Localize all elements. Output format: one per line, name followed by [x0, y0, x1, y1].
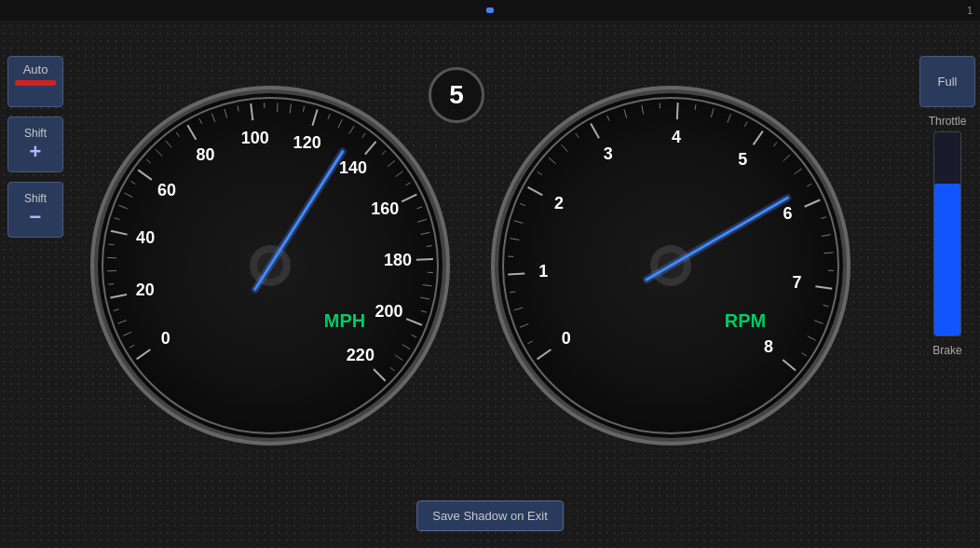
full-label: Full: [938, 75, 958, 89]
tachometer-canvas: [475, 23, 866, 471]
gear-indicator: 5: [429, 67, 484, 123]
full-button[interactable]: Full: [919, 56, 975, 107]
throttle-bar: [933, 131, 961, 336]
throttle-label: Throttle: [929, 115, 967, 128]
save-shadow-button[interactable]: Save Shadow on Exit: [416, 500, 564, 531]
speedometer-canvas: [75, 23, 466, 471]
throttle-fill: [934, 184, 960, 336]
gear-value: 5: [449, 80, 464, 110]
throttle-container: Throttle: [929, 115, 967, 336]
gauges-container: 5: [0, 0, 980, 548]
brake-label: Brake: [932, 344, 961, 357]
save-shadow-container: Save Shadow on Exit: [416, 500, 564, 531]
right-panel: Full Throttle Brake: [915, 56, 980, 548]
